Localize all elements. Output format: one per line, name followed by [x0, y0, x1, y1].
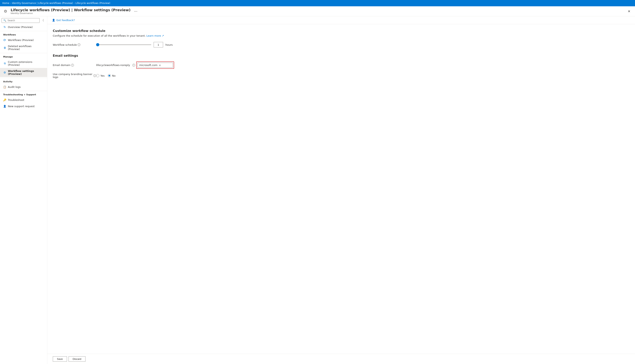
branding-info-icon[interactable]: i	[93, 74, 96, 77]
breadcrumb-home[interactable]: Home	[2, 2, 9, 4]
header-gear-icon: ⚙	[2, 8, 9, 14]
email-settings-section: Email settings Email domain i lifecyclew…	[53, 54, 630, 78]
search-box[interactable]: 🔍	[2, 18, 40, 23]
workflow-schedule-section: Customize workflow schedule Configure th…	[53, 29, 630, 48]
sidebar-item-overview[interactable]: ↻ Overview (Preview)	[0, 24, 47, 30]
workflow-schedule-info-icon[interactable]: i	[78, 43, 80, 46]
branding-yes-option[interactable]: Yes	[96, 74, 104, 77]
sidebar-item-workflows[interactable]: ⟳ Workflows (Preview)	[0, 37, 47, 43]
header-left: ⚙ Lifecycle workflows (Preview) | Workfl…	[2, 8, 139, 14]
schedule-slider[interactable]	[96, 44, 151, 45]
feedback-label: Got feedback?	[56, 19, 75, 22]
sidebar-item-audit-logs-label: Audit logs	[8, 86, 21, 88]
collapse-sidebar-button[interactable]: 《	[40, 18, 46, 23]
branding-label: Use company branding banner logo i	[53, 73, 96, 78]
branding-row: Use company branding banner logo i Yes N…	[53, 73, 630, 78]
dropdown-arrow-icon: ∨	[159, 64, 161, 66]
feedback-button[interactable]: 👤 Got feedback?	[50, 18, 76, 22]
sidebar-item-audit-logs[interactable]: 📋 Audit logs	[0, 84, 47, 90]
settings-form: Customize workflow schedule Configure th…	[47, 24, 635, 354]
page-header: ⚙ Lifecycle workflows (Preview) | Workfl…	[0, 6, 635, 16]
search-input[interactable]	[8, 19, 38, 22]
branding-radio-group: Yes No	[96, 74, 116, 77]
sidebar-item-deleted-workflows[interactable]: 🗑 Deleted workflows (Preview)	[0, 43, 47, 52]
branding-no-radio[interactable]	[108, 74, 111, 77]
top-bar: Home › Identity Governance | Lifecycle w…	[0, 0, 635, 6]
email-section-title: Email settings	[53, 54, 630, 58]
section-header-activity: Activity	[0, 78, 47, 84]
sidebar-item-troubleshoot-label: Troubleshoot	[8, 98, 24, 102]
sidebar-item-workflow-settings-label: Workflow settings (Preview)	[8, 70, 44, 76]
main-toolbar: 👤 Got feedback?	[47, 16, 635, 24]
branding-no-label: No	[112, 74, 116, 77]
email-prefix: lifecycleworkflows-noreply	[96, 64, 130, 66]
customize-title: Customize workflow schedule	[53, 29, 630, 33]
workflow-schedule-row: Workflow schedule i 1 hours	[53, 42, 630, 48]
troubleshoot-icon: 🔑	[3, 98, 6, 102]
breadcrumb-sep-1: ›	[10, 2, 11, 4]
header-title-block: Lifecycle workflows (Preview) | Workflow…	[11, 8, 130, 14]
audit-logs-icon: 📋	[3, 85, 6, 88]
slider-value: 1	[154, 42, 163, 48]
customize-desc: Configure the schedule for execution of …	[53, 34, 630, 37]
branding-yes-label: Yes	[100, 74, 104, 77]
footer: Save Discard	[47, 354, 635, 364]
search-row: 🔍 《	[0, 16, 47, 23]
custom-extensions-icon: ⧉	[3, 62, 6, 65]
email-domain-row: Email domain i lifecycleworkflows-norepl…	[53, 62, 630, 69]
sidebar: 🔍 《 ↻ Overview (Preview) Workflows ⟳ Wor…	[0, 16, 47, 364]
sidebar-item-workflows-label: Workflows (Preview)	[8, 38, 34, 42]
email-domain-label: Email domain i	[53, 64, 96, 66]
branding-yes-radio[interactable]	[96, 74, 99, 77]
breadcrumb-sep-2: ›	[74, 2, 75, 4]
slider-unit: hours	[166, 43, 173, 46]
search-icon: 🔍	[3, 19, 6, 22]
page-title: Lifecycle workflows (Preview) | Workflow…	[11, 8, 130, 12]
discard-button[interactable]: Discard	[68, 356, 86, 362]
domain-value: microsoft.com	[139, 64, 158, 66]
section-header-workflows: Workflows	[0, 31, 47, 37]
page-subtitle: Identity Governance	[11, 12, 130, 14]
branding-no-option[interactable]: No	[108, 74, 116, 77]
email-domain-highlight: microsoft.com ∨	[136, 62, 174, 69]
sidebar-item-new-support-label: New support request	[8, 105, 35, 108]
learn-more-link[interactable]: Learn more ↗	[146, 34, 164, 37]
email-domain-control: lifecycleworkflows-noreply i microsoft.c…	[96, 62, 174, 69]
email-domain-info-icon[interactable]: i	[71, 64, 74, 66]
sidebar-item-overview-label: Overview (Preview)	[8, 26, 33, 28]
slider-container: 1 hours	[96, 42, 173, 48]
breadcrumb-lifecycle[interactable]: Lifecycle workflows (Preview)	[76, 2, 110, 4]
domain-select-dropdown[interactable]: microsoft.com ∨	[138, 63, 173, 68]
close-button[interactable]: ✕	[626, 8, 632, 14]
main-content-area: 👤 Got feedback? Customize workflow sched…	[47, 16, 635, 364]
overview-icon: ↻	[3, 26, 6, 28]
workflow-schedule-label: Workflow schedule i	[53, 43, 96, 46]
new-support-icon: 👤	[3, 104, 6, 108]
sidebar-item-deleted-workflows-label: Deleted workflows (Preview)	[8, 45, 44, 50]
workflow-settings-icon: ⚙	[3, 71, 6, 74]
feedback-icon: 👤	[52, 19, 55, 22]
more-options-button[interactable]: ···	[132, 8, 139, 14]
sidebar-item-troubleshoot[interactable]: 🔑 Troubleshoot	[0, 97, 47, 103]
breadcrumb-identity-governance[interactable]: Identity Governance | Lifecycle workflow…	[12, 2, 73, 4]
sidebar-item-custom-extensions[interactable]: ⧉ Custom extensions (Preview)	[0, 59, 47, 68]
save-button[interactable]: Save	[53, 356, 67, 362]
sidebar-nav: ↻ Overview (Preview) Workflows ⟳ Workflo…	[0, 23, 47, 110]
email-prefix-info-icon[interactable]: i	[132, 64, 135, 66]
sidebar-item-workflow-settings[interactable]: ⚙ Workflow settings (Preview)	[0, 68, 47, 77]
section-header-troubleshoot: Troubleshooting + Support	[0, 91, 47, 97]
breadcrumb: Home › Identity Governance | Lifecycle w…	[2, 2, 110, 4]
sidebar-item-custom-extensions-label: Custom extensions (Preview)	[8, 60, 44, 66]
workflows-icon: ⟳	[3, 38, 6, 42]
sidebar-item-new-support[interactable]: 👤 New support request	[0, 103, 47, 109]
deleted-workflows-icon: 🗑	[3, 46, 6, 49]
section-header-manage: Manage	[0, 53, 47, 59]
